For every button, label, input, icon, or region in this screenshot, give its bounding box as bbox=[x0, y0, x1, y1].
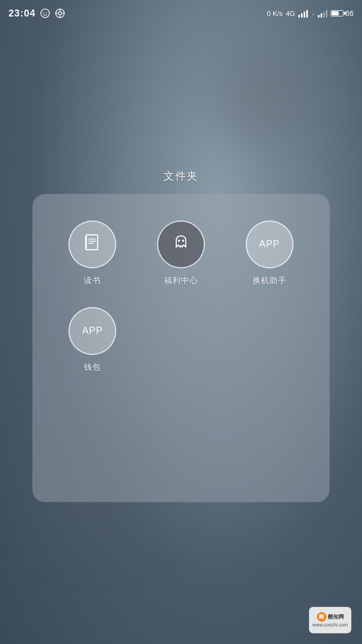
svg-point-1 bbox=[44, 12, 45, 13]
signal-bar-3 bbox=[304, 12, 305, 18]
watermark-url: www.coozhi.com bbox=[312, 622, 348, 629]
status-left: 23:04 bbox=[8, 8, 65, 19]
app-circle-huanji: APP bbox=[246, 221, 294, 268]
watermark-logo-circle: 酷 bbox=[317, 612, 326, 622]
signal-bar-2 bbox=[301, 13, 303, 18]
app-circle-dushu bbox=[68, 221, 116, 268]
svg-point-11 bbox=[182, 240, 184, 242]
battery: 66 bbox=[331, 9, 354, 18]
svg-point-4 bbox=[58, 12, 62, 15]
status-right: 0 K/s 4G · 66 bbox=[267, 9, 354, 18]
status-bar: 23:04 0 K/s 4G · bbox=[0, 0, 362, 27]
app-text-qianbao: APP bbox=[82, 325, 103, 336]
app-label-qianbao: 钱包 bbox=[84, 362, 101, 372]
folder-container: 读书 福利中心 APP bbox=[32, 194, 330, 502]
signal2-bar-4 bbox=[326, 10, 327, 18]
app-item-huanji[interactable]: APP 换机助手 bbox=[230, 221, 308, 286]
location-icon bbox=[55, 8, 65, 19]
battery-level: 66 bbox=[345, 9, 354, 18]
signal2-bar-2 bbox=[321, 13, 322, 18]
app-item-qianbao[interactable]: APP 钱包 bbox=[54, 307, 132, 372]
svg-rect-6 bbox=[85, 236, 87, 249]
battery-icon bbox=[331, 10, 343, 16]
signal-bar-1 bbox=[298, 15, 300, 18]
signal-bars bbox=[298, 9, 308, 18]
separator: · bbox=[312, 10, 314, 18]
svg-point-10 bbox=[178, 240, 180, 242]
main-content: 文件夹 读书 bbox=[0, 0, 362, 644]
book-icon bbox=[82, 232, 103, 257]
ghost-icon bbox=[171, 232, 191, 256]
status-time: 23:04 bbox=[8, 8, 36, 19]
network-speed: 0 K/s bbox=[267, 10, 283, 18]
app-label-huanji: 换机助手 bbox=[253, 276, 287, 286]
app-label-fuli: 福利中心 bbox=[164, 276, 198, 286]
watermark: 酷 酷知网 www.coozhi.com bbox=[309, 607, 351, 633]
apps-grid: 读书 福利中心 APP bbox=[54, 221, 308, 372]
app-item-dushu[interactable]: 读书 bbox=[54, 221, 132, 286]
svg-rect-5 bbox=[86, 235, 98, 250]
network-type: 4G bbox=[286, 10, 295, 18]
svg-point-2 bbox=[46, 12, 47, 13]
signal-bar-4 bbox=[306, 10, 308, 18]
message-icon bbox=[40, 8, 50, 19]
app-circle-fuli bbox=[157, 221, 205, 268]
signal2-bar-1 bbox=[318, 15, 320, 18]
signal2-bar-3 bbox=[323, 12, 325, 18]
svg-point-0 bbox=[41, 9, 49, 18]
signal-bars-2 bbox=[318, 9, 327, 18]
battery-fill bbox=[332, 11, 339, 15]
app-circle-qianbao: APP bbox=[68, 307, 116, 355]
app-text-huanji: APP bbox=[259, 239, 280, 250]
app-label-dushu: 读书 bbox=[84, 276, 101, 286]
app-item-fuli[interactable]: 福利中心 bbox=[142, 221, 220, 286]
folder-title: 文件夹 bbox=[163, 169, 199, 183]
watermark-site-name: 酷知网 bbox=[328, 613, 344, 621]
